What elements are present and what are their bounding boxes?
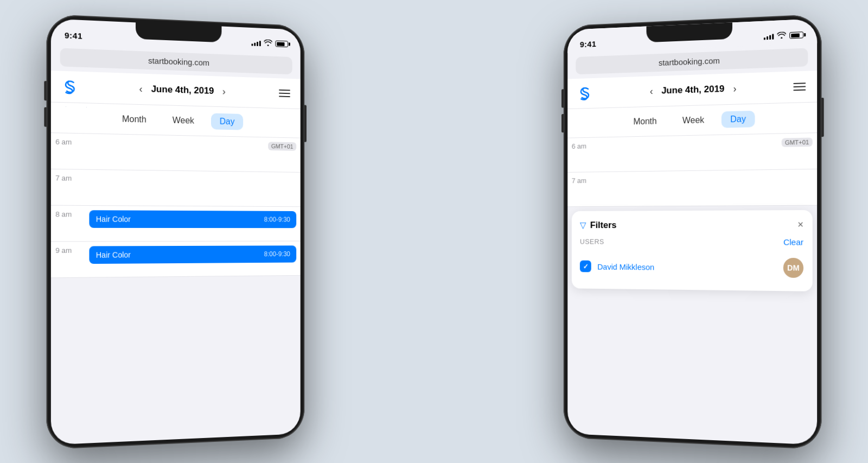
time-row-7am-right: 7 am xyxy=(567,169,817,207)
event-hair-color-1-left[interactable]: Hair Color 8:00-9:30 xyxy=(89,210,296,228)
time-row-8am-left: 8 am Hair Color 8:00-9:30 xyxy=(51,206,301,242)
nav-controls-right: ‹ June 4th, 2019 › xyxy=(598,79,791,100)
time-content-6am-right: GMT+01 xyxy=(598,133,817,172)
gmt-badge-right: GMT+01 xyxy=(782,137,813,147)
time-row-9am-left: 9 am Hair Color 8:00-9:30 xyxy=(51,242,301,278)
calendar-content-left: 6 am GMT+01 7 am 8 am Hair Color xyxy=(51,133,301,278)
user-checkbox-david[interactable]: ✓ xyxy=(580,261,591,272)
filters-close-button[interactable]: × xyxy=(797,219,803,231)
event-time-1-left: 8:00-9:30 xyxy=(264,216,290,224)
users-label: USERS xyxy=(580,238,604,246)
battery-icon-right xyxy=(789,31,803,39)
time-label-7am-right: 7 am xyxy=(567,172,598,185)
url-bar-right[interactable]: startbooking.com xyxy=(576,48,808,75)
checkmark-icon-david: ✓ xyxy=(583,262,588,270)
phone-right: 9:41 xyxy=(564,14,822,449)
wifi-icon-right xyxy=(777,31,786,40)
vol-down-right xyxy=(561,114,564,132)
time-content-9am-left: Hair Color 8:00-9:30 xyxy=(85,242,301,277)
nav-date-right: June 4th, 2019 xyxy=(661,84,724,97)
time-content-6am-left: GMT+01 xyxy=(85,134,301,172)
scene: 9:41 xyxy=(0,0,868,463)
tab-week-left[interactable]: Week xyxy=(164,112,203,129)
nav-controls-left: ‹ June 4th, 2019 › xyxy=(85,79,277,101)
filters-panel: ▽ Filters × USERS Clear ✓ David Mikkleso… xyxy=(572,210,813,291)
event-title-1-left: Hair Color xyxy=(96,214,131,223)
calendar-content-right: 6 am GMT+01 7 am xyxy=(567,133,817,207)
notch-left xyxy=(136,22,221,42)
status-icons-right xyxy=(764,31,803,41)
time-content-7am-left xyxy=(85,170,301,207)
app-logo-left xyxy=(60,77,80,97)
status-time-right: 9:41 xyxy=(580,39,596,49)
users-section-header: USERS Clear xyxy=(580,237,803,247)
wifi-icon-left xyxy=(264,39,272,47)
power-btn-right xyxy=(821,98,824,137)
time-content-8am-left: Hair Color 8:00-9:30 xyxy=(85,206,301,241)
time-label-8am-left: 8 am xyxy=(51,206,85,219)
view-tabs-right: Month Week Day xyxy=(567,103,817,138)
event-time-2-left: 8:00-9:30 xyxy=(264,250,290,258)
tab-day-right[interactable]: Day xyxy=(722,111,755,128)
event-hair-color-2-left[interactable]: Hair Color 8:00-9:30 xyxy=(89,245,296,264)
vol-up-right xyxy=(561,89,564,107)
phone-screen-left: 9:41 xyxy=(51,18,301,445)
time-label-9am-left: 9 am xyxy=(51,242,85,255)
phone-left: 9:41 xyxy=(47,14,305,449)
next-arrow-right[interactable]: › xyxy=(729,80,741,97)
prev-arrow-left[interactable]: ‹ xyxy=(135,81,146,97)
time-row-6am-right: 6 am GMT+01 xyxy=(567,133,817,173)
power-btn xyxy=(304,105,307,142)
tab-month-left[interactable]: Month xyxy=(113,111,155,128)
volume-down-btn xyxy=(44,107,46,127)
clear-button[interactable]: Clear xyxy=(783,237,803,246)
tab-week-right[interactable]: Week xyxy=(674,112,713,129)
filter-icon: ▽ xyxy=(580,220,586,230)
time-row-6am-left: 6 am GMT+01 xyxy=(51,133,301,173)
event-title-2-left: Hair Color xyxy=(96,250,131,259)
hamburger-menu-right[interactable] xyxy=(791,80,808,93)
nav-date-left: June 4th, 2019 xyxy=(151,84,214,97)
time-label-6am-right: 6 am xyxy=(567,137,598,150)
app-logo-right xyxy=(576,84,594,103)
user-avatar-david: DM xyxy=(783,258,803,278)
time-label-7am-left: 7 am xyxy=(51,169,85,182)
phone-screen-right: 9:41 xyxy=(567,18,817,445)
signal-icon-right xyxy=(764,33,774,40)
url-bar-left[interactable]: startbooking.com xyxy=(60,48,292,75)
time-label-6am-left: 6 am xyxy=(51,133,85,147)
side-buttons-right xyxy=(821,98,824,137)
user-name-david[interactable]: David Mikkleson xyxy=(597,262,776,272)
volume-buttons-right xyxy=(561,89,564,139)
view-tabs-left: Month Week Day xyxy=(51,103,301,138)
status-icons-left xyxy=(252,39,289,48)
battery-icon-left xyxy=(275,40,288,47)
time-row-7am-left: 7 am xyxy=(51,169,301,207)
next-arrow-left[interactable]: › xyxy=(218,84,229,99)
status-time-left: 9:41 xyxy=(65,30,82,41)
prev-arrow-right[interactable]: ‹ xyxy=(646,83,657,99)
hamburger-menu-left[interactable] xyxy=(277,87,292,99)
volume-up-btn xyxy=(44,81,46,100)
time-content-7am-right xyxy=(598,169,817,206)
tab-day-left[interactable]: Day xyxy=(211,113,243,130)
tab-month-right[interactable]: Month xyxy=(625,113,665,130)
power-button-left xyxy=(304,105,307,142)
side-buttons-left xyxy=(44,81,46,134)
signal-icon-left xyxy=(252,40,261,47)
user-row-david: ✓ David Mikkleson DM xyxy=(580,252,803,282)
filters-header: ▽ Filters × xyxy=(580,219,803,231)
gmt-badge-left: GMT+01 xyxy=(268,142,296,151)
filters-title: Filters xyxy=(590,220,617,231)
